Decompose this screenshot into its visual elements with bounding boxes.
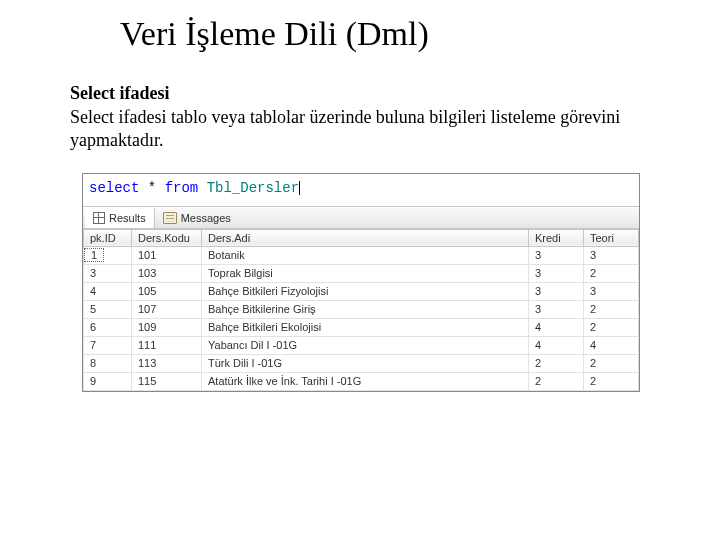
cell-adi[interactable]: Atatürk İlke ve İnk. Tarihi I -01G bbox=[202, 372, 529, 390]
table-row[interactable]: 5107Bahçe Bitkilerine Giriş32 bbox=[84, 300, 639, 318]
message-icon bbox=[163, 212, 177, 224]
cell-id[interactable]: 9 bbox=[84, 372, 132, 390]
cell-kodu[interactable]: 101 bbox=[132, 246, 202, 264]
cell-teori[interactable]: 2 bbox=[584, 264, 639, 282]
cell-teori[interactable]: 3 bbox=[584, 246, 639, 264]
cell-kredi[interactable]: 4 bbox=[529, 336, 584, 354]
cell-teori[interactable]: 2 bbox=[584, 354, 639, 372]
cell-adi[interactable]: Toprak Bilgisi bbox=[202, 264, 529, 282]
cell-kodu[interactable]: 115 bbox=[132, 372, 202, 390]
body-text: Select ifadesi tablo veya tablolar üzeri… bbox=[70, 106, 650, 153]
selected-cell-indicator: 1 bbox=[84, 248, 104, 262]
cell-id[interactable]: 6 bbox=[84, 318, 132, 336]
cell-kredi[interactable]: 2 bbox=[529, 372, 584, 390]
col-kredi[interactable]: Kredi bbox=[529, 229, 584, 246]
cell-id[interactable]: 5 bbox=[84, 300, 132, 318]
sql-editor[interactable]: select * from Tbl_Dersler bbox=[83, 174, 639, 207]
cell-kredi[interactable]: 3 bbox=[529, 282, 584, 300]
slide: Veri İşleme Dili (Dml) Select ifadesi Se… bbox=[0, 15, 720, 392]
text-cursor bbox=[299, 181, 300, 195]
sql-star: * bbox=[139, 180, 164, 196]
cell-adi[interactable]: Bahçe Bitkileri Fizyolojisi bbox=[202, 282, 529, 300]
sql-space bbox=[198, 180, 206, 196]
results-table: pk.ID Ders.Kodu Ders.Adi Kredi Teori 110… bbox=[83, 229, 639, 391]
tab-label-messages: Messages bbox=[181, 212, 231, 224]
table-header-row: pk.ID Ders.Kodu Ders.Adi Kredi Teori bbox=[84, 229, 639, 246]
cell-kodu[interactable]: 107 bbox=[132, 300, 202, 318]
cell-kredi[interactable]: 3 bbox=[529, 246, 584, 264]
cell-adi[interactable]: Bahçe Bitkileri Ekolojisi bbox=[202, 318, 529, 336]
cell-teori[interactable]: 2 bbox=[584, 318, 639, 336]
table-row[interactable]: 8113Türk Dili I -01G22 bbox=[84, 354, 639, 372]
col-ders-kodu[interactable]: Ders.Kodu bbox=[132, 229, 202, 246]
cell-kredi[interactable]: 4 bbox=[529, 318, 584, 336]
table-row[interactable]: 1101Botanik33 bbox=[84, 246, 639, 264]
section-subtitle: Select ifadesi bbox=[70, 83, 650, 104]
table-row[interactable]: 7111Yabancı Dil I -01G44 bbox=[84, 336, 639, 354]
cell-kodu[interactable]: 103 bbox=[132, 264, 202, 282]
tab-label-results: Results bbox=[109, 212, 146, 224]
tab-messages[interactable]: Messages bbox=[155, 208, 240, 228]
col-ders-adi[interactable]: Ders.Adi bbox=[202, 229, 529, 246]
cell-teori[interactable]: 4 bbox=[584, 336, 639, 354]
cell-kodu[interactable]: 105 bbox=[132, 282, 202, 300]
cell-id[interactable]: 1 bbox=[84, 246, 132, 264]
cell-adi[interactable]: Botanik bbox=[202, 246, 529, 264]
page-title: Veri İşleme Dili (Dml) bbox=[120, 15, 650, 53]
sql-keyword-from: from bbox=[165, 180, 199, 196]
cell-kodu[interactable]: 109 bbox=[132, 318, 202, 336]
cell-teori[interactable]: 3 bbox=[584, 282, 639, 300]
cell-teori[interactable]: 2 bbox=[584, 372, 639, 390]
cell-teori[interactable]: 2 bbox=[584, 300, 639, 318]
cell-kredi[interactable]: 3 bbox=[529, 300, 584, 318]
cell-adi[interactable]: Türk Dili I -01G bbox=[202, 354, 529, 372]
cell-kodu[interactable]: 111 bbox=[132, 336, 202, 354]
grid-icon bbox=[93, 212, 105, 224]
sql-keyword-select: select bbox=[89, 180, 139, 196]
cell-id[interactable]: 7 bbox=[84, 336, 132, 354]
table-row[interactable]: 9115Atatürk İlke ve İnk. Tarihi I -01G22 bbox=[84, 372, 639, 390]
cell-id[interactable]: 4 bbox=[84, 282, 132, 300]
cell-id[interactable]: 3 bbox=[84, 264, 132, 282]
col-teori[interactable]: Teori bbox=[584, 229, 639, 246]
results-tabs-bar: Results Messages bbox=[83, 207, 639, 229]
cell-kodu[interactable]: 113 bbox=[132, 354, 202, 372]
table-row[interactable]: 3103Toprak Bilgisi32 bbox=[84, 264, 639, 282]
table-row[interactable]: 6109Bahçe Bitkileri Ekolojisi42 bbox=[84, 318, 639, 336]
cell-id[interactable]: 8 bbox=[84, 354, 132, 372]
sql-screenshot-panel: select * from Tbl_Dersler Results Messag… bbox=[82, 173, 640, 392]
table-row[interactable]: 4105Bahçe Bitkileri Fizyolojisi33 bbox=[84, 282, 639, 300]
cell-adi[interactable]: Yabancı Dil I -01G bbox=[202, 336, 529, 354]
cell-kredi[interactable]: 2 bbox=[529, 354, 584, 372]
cell-adi[interactable]: Bahçe Bitkilerine Giriş bbox=[202, 300, 529, 318]
tab-results[interactable]: Results bbox=[85, 208, 155, 228]
sql-table-name: Tbl_Dersler bbox=[207, 180, 299, 196]
col-pk-id[interactable]: pk.ID bbox=[84, 229, 132, 246]
cell-kredi[interactable]: 3 bbox=[529, 264, 584, 282]
